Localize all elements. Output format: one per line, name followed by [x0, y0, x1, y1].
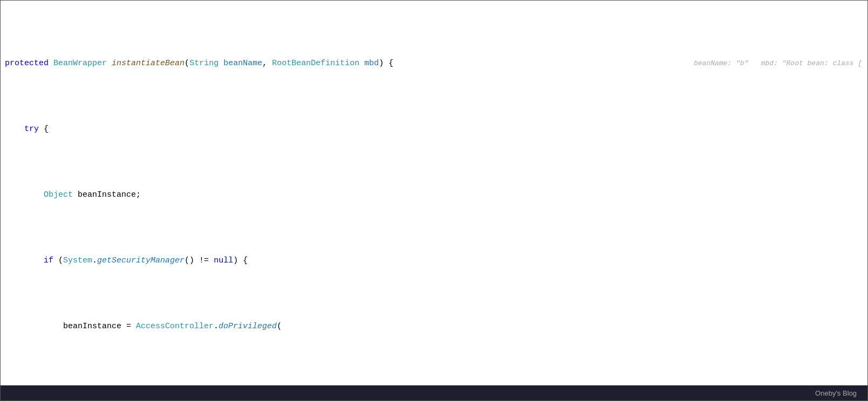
- code-line[interactable]: Object beanInstance;: [1, 188, 867, 202]
- line-text: Object beanInstance;: [5, 189, 141, 202]
- footer-bar: Oneby's Blog: [1, 385, 867, 400]
- line-text: try {: [5, 123, 49, 136]
- code-content: protected BeanWrapper instantiateBean(St…: [1, 1, 867, 385]
- code-line[interactable]: if (System.getSecurityManager() != null)…: [1, 254, 867, 268]
- footer-brand: Oneby's Blog: [815, 389, 857, 397]
- code-area[interactable]: protected BeanWrapper instantiateBean(St…: [1, 1, 867, 385]
- hint-line1: beanName: "b" mbd: "Root bean: class [: [694, 58, 862, 70]
- code-line[interactable]: beanInstance = AccessController.doPrivil…: [1, 320, 867, 334]
- code-line[interactable]: try {: [1, 122, 867, 136]
- line-text: if (System.getSecurityManager() != null)…: [5, 254, 248, 267]
- editor-window: protected BeanWrapper instantiateBean(St…: [0, 0, 868, 401]
- code-line[interactable]: protected BeanWrapper instantiateBean(St…: [1, 57, 867, 71]
- line-text: beanInstance = AccessController.doPrivil…: [5, 320, 282, 333]
- line-text: protected BeanWrapper instantiateBean(St…: [5, 57, 393, 70]
